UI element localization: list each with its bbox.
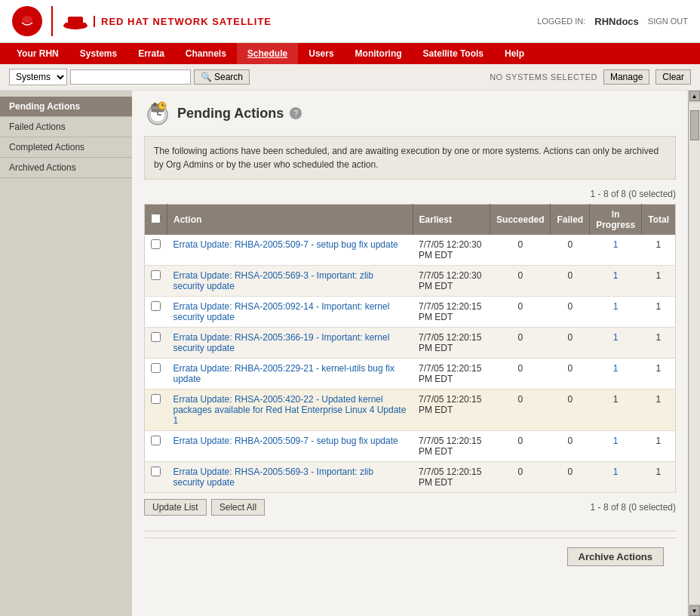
- nav-systems[interactable]: Systems: [69, 43, 127, 64]
- row-succeeded: 0: [490, 297, 551, 328]
- action-link[interactable]: Errata Update: RHSA-2005:092-14 - Import…: [173, 301, 390, 322]
- logged-in-label: LOGGED IN:: [537, 17, 585, 26]
- row-checkbox[interactable]: [151, 436, 161, 445]
- row-earliest: 7/7/05 12:20:15 PM EDT: [413, 328, 490, 359]
- row-checkbox[interactable]: [151, 239, 161, 249]
- page-title-area: Pending Actions ?: [144, 100, 676, 127]
- row-checkbox-cell: [145, 235, 167, 266]
- search-button[interactable]: 🔍 Search: [194, 69, 250, 85]
- action-link[interactable]: Errata Update: RHSA-2005:569-3 - Importa…: [173, 467, 373, 488]
- row-failed: 0: [551, 431, 590, 462]
- no-systems-label: No Systems Selected: [490, 72, 597, 82]
- row-checkbox-cell: [145, 390, 167, 431]
- action-link[interactable]: Errata Update: RHBA-2005:509-7 - setup b…: [173, 436, 398, 446]
- scroll-up-arrow[interactable]: ▲: [689, 91, 700, 101]
- table-row: Errata Update: RHBA-2005:509-7 - setup b…: [145, 235, 676, 266]
- row-total: 1: [642, 431, 676, 462]
- nav-errata[interactable]: Errata: [127, 43, 175, 64]
- row-total: 1: [642, 266, 676, 297]
- row-succeeded: 0: [490, 266, 551, 297]
- in-progress-link[interactable]: 1: [613, 436, 619, 446]
- sign-out-link[interactable]: SIGN OUT: [648, 17, 688, 26]
- hat-icon: [62, 11, 89, 32]
- nav-satellite-tools[interactable]: Satellite Tools: [413, 43, 494, 64]
- nav-your-rhn[interactable]: Your RHN: [6, 43, 69, 64]
- sidebar-item-completed-actions[interactable]: Completed Actions: [0, 137, 132, 158]
- row-checkbox[interactable]: [151, 394, 161, 404]
- svg-point-1: [22, 16, 32, 23]
- col-header-succeeded: Succeeded: [490, 205, 551, 236]
- row-in-progress: 1: [590, 266, 642, 297]
- col-header-checkbox: [145, 205, 167, 236]
- table-row: Errata Update: RHSA-2005:366-19 - Import…: [145, 328, 676, 359]
- actions-table: Action Earliest Succeeded Failed InProgr…: [144, 204, 676, 493]
- row-checkbox[interactable]: [151, 270, 161, 280]
- archive-actions-button[interactable]: Archive Actions: [567, 547, 665, 566]
- pagination-top: 1 - 8 of 8 (0 selected): [144, 189, 676, 199]
- row-earliest: 7/7/05 12:20:15 PM EDT: [413, 431, 490, 462]
- row-succeeded: 0: [490, 462, 551, 493]
- action-link[interactable]: Errata Update: RHBA-2005:509-7 - setup b…: [173, 239, 398, 250]
- in-progress-link[interactable]: 1: [613, 239, 619, 250]
- in-progress-link[interactable]: 1: [613, 363, 619, 374]
- row-checkbox[interactable]: [151, 332, 161, 342]
- in-progress-link[interactable]: 1: [613, 332, 619, 343]
- row-total: 1: [642, 390, 676, 431]
- in-progress-link[interactable]: 1: [613, 301, 619, 312]
- description: The following actions have been schedule…: [144, 136, 676, 180]
- row-in-progress: 1: [590, 359, 642, 390]
- row-action: Errata Update: RHSA-2005:569-3 - Importa…: [167, 266, 413, 297]
- row-failed: 0: [551, 297, 590, 328]
- select-all-checkbox[interactable]: [151, 214, 161, 223]
- logo-divider: [51, 6, 53, 36]
- row-failed: 0: [551, 390, 590, 431]
- table-row: Errata Update: RHBA-2005:509-7 - setup b…: [145, 431, 676, 462]
- nav-users[interactable]: Users: [298, 43, 344, 64]
- bottom-left-buttons: Update List Select All: [144, 499, 265, 516]
- row-checkbox[interactable]: [151, 301, 161, 311]
- nav-help[interactable]: Help: [494, 43, 535, 64]
- row-in-progress: 1: [590, 235, 642, 266]
- row-action: Errata Update: RHBA-2005:229-21 - kernel…: [167, 359, 413, 390]
- nav-channels[interactable]: Channels: [175, 43, 237, 64]
- nav-monitoring[interactable]: Monitoring: [345, 43, 413, 64]
- in-progress-link[interactable]: 1: [613, 467, 619, 477]
- col-header-in-progress: InProgress: [590, 205, 642, 236]
- svg-rect-4: [65, 23, 86, 26]
- row-total: 1: [642, 462, 676, 493]
- action-link[interactable]: Errata Update: RHSA-2005:569-3 - Importa…: [173, 270, 373, 291]
- row-succeeded: 0: [490, 328, 551, 359]
- row-action: Errata Update: RHSA-2005:092-14 - Import…: [167, 297, 413, 328]
- row-total: 1: [642, 359, 676, 390]
- search-input[interactable]: [70, 69, 191, 85]
- pagination-bottom: 1 - 8 of 8 (0 selected): [591, 502, 676, 513]
- row-checkbox-cell: [145, 328, 167, 359]
- update-list-button[interactable]: Update List: [144, 499, 207, 516]
- action-link[interactable]: Errata Update: RHSA-2005:420-22 - Update…: [173, 394, 407, 426]
- manage-button[interactable]: Manage: [603, 69, 649, 85]
- sidebar-item-failed-actions[interactable]: Failed Actions: [0, 117, 132, 137]
- row-failed: 0: [551, 359, 590, 390]
- row-failed: 0: [551, 328, 590, 359]
- sidebar-item-pending-actions[interactable]: Pending Actions: [0, 97, 132, 117]
- search-dropdown[interactable]: Systems: [9, 69, 67, 85]
- scroll-thumb[interactable]: [690, 110, 699, 140]
- row-checkbox-cell: [145, 297, 167, 328]
- scroll-down-arrow[interactable]: ▼: [689, 605, 700, 616]
- sidebar-item-archived-actions[interactable]: Archived Actions: [0, 158, 132, 178]
- clear-button[interactable]: Clear: [655, 69, 691, 85]
- in-progress-link[interactable]: 1: [613, 270, 619, 281]
- table-row: Errata Update: RHBA-2005:229-21 - kernel…: [145, 359, 676, 390]
- action-link[interactable]: Errata Update: RHBA-2005:229-21 - kernel…: [173, 363, 395, 384]
- table-row: Errata Update: RHSA-2005:569-3 - Importa…: [145, 462, 676, 493]
- nav-schedule[interactable]: Schedule: [237, 43, 298, 64]
- logo-text-area: RED HAT NETWORK SATELLITE: [62, 11, 272, 32]
- action-link[interactable]: Errata Update: RHSA-2005:366-19 - Import…: [173, 332, 390, 353]
- row-failed: 0: [551, 462, 590, 493]
- row-checkbox[interactable]: [151, 467, 161, 476]
- row-checkbox[interactable]: [151, 363, 161, 373]
- help-icon[interactable]: ?: [290, 107, 302, 119]
- select-all-button[interactable]: Select All: [211, 499, 265, 516]
- header: RED HAT NETWORK SATELLITE LOGGED IN: RHN…: [0, 0, 700, 43]
- table-row: Errata Update: RHSA-2005:092-14 - Import…: [145, 297, 676, 328]
